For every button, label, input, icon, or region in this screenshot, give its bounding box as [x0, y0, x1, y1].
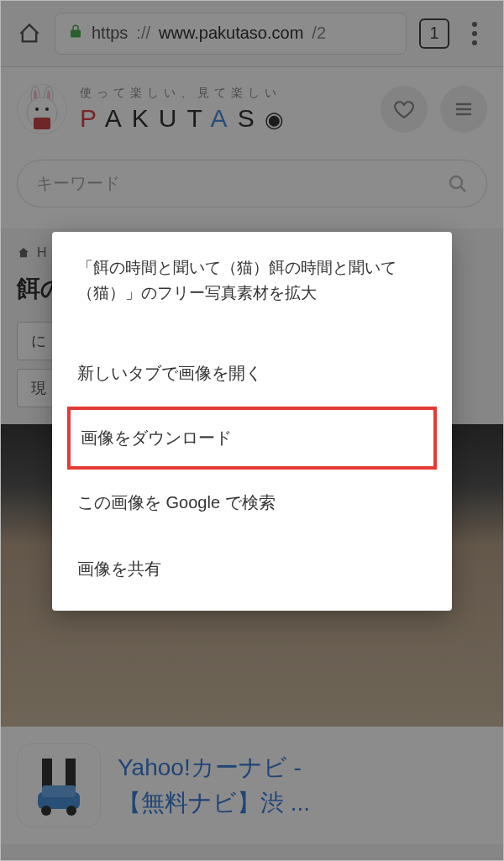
menu-search-google[interactable]: この画像を Google で検索	[52, 470, 452, 536]
menu-open-new-tab[interactable]: 新しいタブで画像を開く	[52, 340, 452, 407]
menu-download-image[interactable]: 画像をダウンロード	[67, 407, 437, 470]
menu-share-image[interactable]: 画像を共有	[52, 536, 452, 602]
image-context-menu: 「餌の時間と聞いて（猫）餌の時間と聞いて（猫）」のフリー写真素材を拡大 新しいタ…	[52, 232, 452, 611]
context-menu-title: 「餌の時間と聞いて（猫）餌の時間と聞いて（猫）」のフリー写真素材を拡大	[52, 232, 452, 340]
